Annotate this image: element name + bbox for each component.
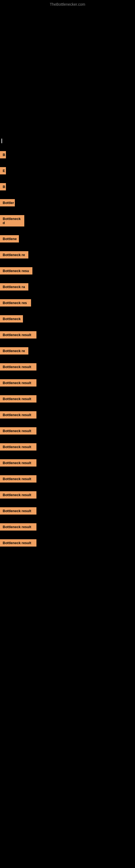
section-label: | [0, 135, 135, 146]
bottleneck-badge[interactable]: Bottleneck result [0, 363, 37, 371]
list-item: Bottleneck result [0, 363, 135, 375]
list-item: Bottleneck result [0, 443, 135, 456]
bottleneck-badge[interactable]: B [0, 151, 6, 158]
bottleneck-badge[interactable]: Bottleneck result [0, 507, 37, 515]
bottleneck-badge[interactable]: B [0, 183, 6, 190]
bottleneck-badge[interactable]: Bottleneck result [0, 379, 37, 386]
bottleneck-badge[interactable]: Bottleneck result [0, 491, 37, 499]
list-item: Bottleneck result [0, 523, 135, 535]
list-item: Bottleneck result [0, 539, 135, 552]
list-item: Bottleneck result [0, 395, 135, 407]
list-item: Bottleneck ra [0, 283, 135, 296]
bottleneck-badge[interactable]: Bottler [0, 199, 15, 207]
bottleneck-badge[interactable]: Bottleneck result [0, 523, 37, 531]
list-item: Bottlene [0, 235, 135, 247]
bottleneck-badge[interactable]: Bottleneck result [0, 443, 37, 451]
list-item: Bottleneck result [0, 379, 135, 392]
list-item: Bottleneck result [0, 411, 135, 424]
bottleneck-badge[interactable]: Bottlene [0, 235, 19, 243]
bottleneck-badge[interactable]: Bottleneck result [0, 459, 37, 467]
list-item: Bottleneck res [0, 299, 135, 311]
list-item: B [0, 151, 135, 163]
list-item: B [0, 183, 135, 195]
list-item: Bottleneck result [0, 491, 135, 503]
list-item: Bottleneck result [0, 427, 135, 439]
bottleneck-badge[interactable]: Bottleneck result [0, 475, 37, 483]
bottleneck-badge[interactable]: Bottleneck result [0, 411, 37, 418]
list-item: Bottleneck result [0, 459, 135, 471]
list-item: Bottleneck [0, 315, 135, 328]
bottleneck-badge[interactable]: Bottleneck d [0, 215, 24, 226]
bottleneck-badge[interactable]: Bottleneck re [0, 251, 28, 258]
bottleneck-badge[interactable]: Bottleneck result [0, 427, 37, 435]
list-item: Bottleneck result [0, 331, 135, 343]
list-item: Bottleneck result [0, 507, 135, 520]
list-item: Bottleneck re [0, 251, 135, 264]
bottleneck-badge[interactable]: Bottleneck ra [0, 283, 28, 290]
bottleneck-badge[interactable]: Bottleneck [0, 315, 23, 322]
bottleneck-badge[interactable]: Bottleneck result [0, 331, 37, 339]
bottleneck-badge[interactable]: Bottleneck result [0, 539, 37, 547]
bottleneck-badge[interactable]: Bottleneck resu [0, 267, 32, 275]
site-title: TheBottlenecker.com [50, 2, 85, 6]
bottleneck-badge[interactable]: Bottleneck res [0, 299, 31, 307]
bottleneck-list: BEBBottlerBottleneck dBottleneBottleneck… [0, 151, 135, 555]
bottleneck-badge[interactable]: Bottleneck re [0, 347, 28, 354]
list-item: Bottleneck resu [0, 267, 135, 279]
list-item: E [0, 167, 135, 179]
bottleneck-badge[interactable]: Bottleneck result [0, 395, 37, 403]
list-item: Bottler [0, 199, 135, 211]
list-item: Bottleneck re [0, 347, 135, 360]
list-item: Bottleneck result [0, 475, 135, 488]
bottleneck-badge[interactable]: E [0, 167, 6, 175]
list-item: Bottleneck d [0, 215, 135, 231]
